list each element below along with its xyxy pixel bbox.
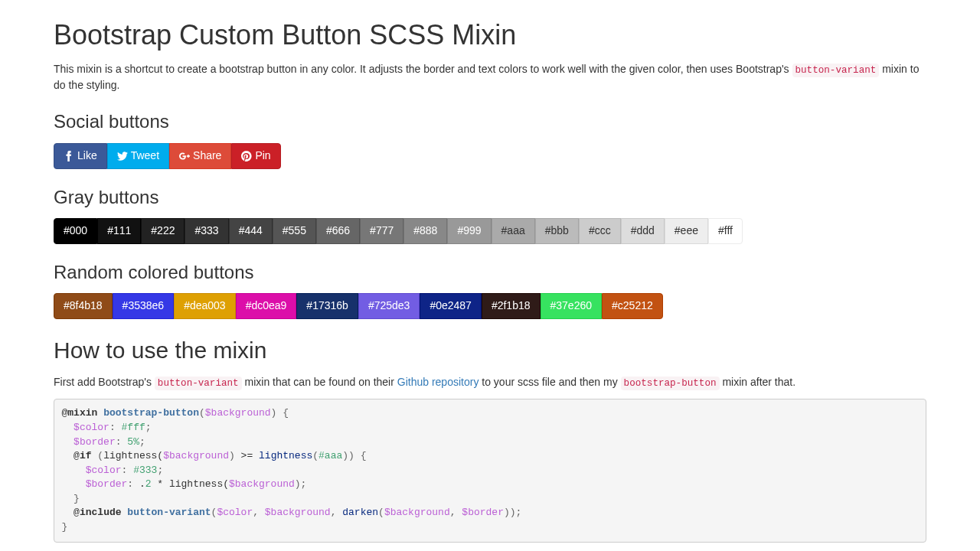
code-block: @mixin bootstrap-button($background) { $… [54, 399, 926, 543]
google-plus-icon [179, 151, 190, 161]
howto-code-2: bootstrap-button [621, 377, 720, 390]
howto-text-3: to your scss file and then my [479, 376, 620, 388]
pinterest-button[interactable]: Pin [231, 143, 280, 169]
gray-heading: Gray buttons [54, 184, 926, 210]
gray-button[interactable]: #eee [665, 218, 708, 244]
color-button[interactable]: #37e260 [541, 293, 603, 319]
social-heading: Social buttons [54, 109, 926, 135]
howto-code-1: button-variant [155, 377, 242, 390]
button-label: Share [193, 148, 221, 164]
howto-heading: How to use the mixin [54, 334, 926, 367]
color-button[interactable]: #725de3 [358, 293, 420, 319]
gray-button[interactable]: #999 [447, 218, 491, 244]
color-button[interactable]: #2f1b18 [482, 293, 541, 319]
intro-paragraph: This mixin is a shortcut to create a boo… [54, 62, 926, 93]
pinterest-icon [241, 151, 252, 161]
twitter-button[interactable]: Tweet [107, 143, 169, 169]
random-button-group: #8f4b18#3538e6#dea003#dc0ea9#17316b#725d… [54, 293, 926, 319]
color-button[interactable]: #dc0ea9 [236, 293, 297, 319]
gray-button[interactable]: #fff [708, 218, 743, 244]
github-link[interactable]: Github repository [397, 376, 479, 388]
google-plus-button[interactable]: Share [169, 143, 231, 169]
howto-text-4: mixin after that. [720, 376, 796, 388]
intro-code: button-variant [792, 64, 880, 77]
intro-text-1: This mixin is a shortcut to create a boo… [54, 63, 792, 75]
random-heading: Random colored buttons [54, 259, 926, 285]
social-button-group: LikeTweetSharePin [54, 143, 926, 169]
color-button[interactable]: #dea003 [174, 293, 236, 319]
color-button[interactable]: #c25212 [602, 293, 663, 319]
page-title: Bootstrap Custom Button SCSS Mixin [54, 15, 926, 54]
gray-button[interactable]: #555 [273, 218, 316, 244]
gray-button[interactable]: #888 [403, 218, 447, 244]
gray-button[interactable]: #222 [141, 218, 185, 244]
gray-button[interactable]: #aaa [492, 218, 535, 244]
color-button[interactable]: #0e2487 [420, 293, 482, 319]
gray-button[interactable]: #111 [97, 218, 141, 244]
color-button[interactable]: #17316b [296, 293, 358, 319]
gray-button[interactable]: #444 [229, 218, 273, 244]
facebook-button[interactable]: Like [54, 143, 107, 169]
color-button[interactable]: #8f4b18 [54, 293, 113, 319]
gray-button[interactable]: #000 [54, 218, 97, 244]
gray-button[interactable]: #bbb [535, 218, 579, 244]
button-label: Pin [255, 148, 270, 164]
howto-text-1: First add Bootstrap's [54, 376, 155, 388]
facebook-icon [64, 151, 74, 161]
gray-button-group: #000#111#222#333#444#555#666#777#888#999… [54, 218, 926, 244]
gray-button[interactable]: #666 [316, 218, 360, 244]
howto-text-2: mixin that can be found on their [242, 376, 397, 388]
button-label: Like [77, 148, 97, 164]
twitter-icon [117, 151, 128, 161]
gray-button[interactable]: #ccc [579, 218, 621, 244]
color-button[interactable]: #3538e6 [113, 293, 175, 319]
button-label: Tweet [131, 148, 159, 164]
gray-button[interactable]: #ddd [621, 218, 665, 244]
gray-button[interactable]: #333 [185, 218, 228, 244]
gray-button[interactable]: #777 [360, 218, 403, 244]
howto-paragraph: First add Bootstrap's button-variant mix… [54, 375, 926, 391]
